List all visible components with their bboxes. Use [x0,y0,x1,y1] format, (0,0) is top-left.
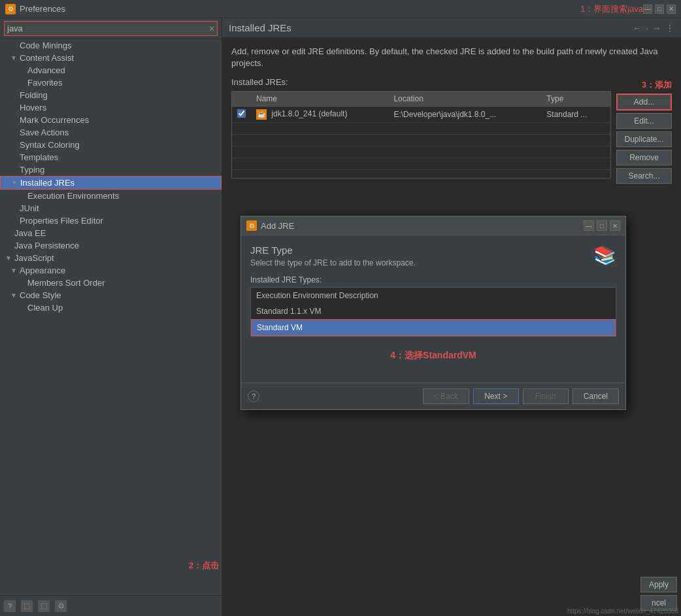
tree-item-save-actions[interactable]: Save Actions [0,126,222,139]
description-text: Add, remove or edit JRE definitions. By … [231,46,672,69]
left-panel: ✕ Code Minings ▼ Content Assist Advanced… [0,18,222,616]
jre-types-list: Execution Environment Description Standa… [250,287,616,337]
tree-item-execution-envs[interactable]: Execution Environments [0,190,222,202]
modal-controls: — □ ✕ [584,220,620,231]
tree-label: Syntax Coloring [20,140,80,150]
help-icon[interactable]: ? [4,600,16,612]
export-icon[interactable]: ⬚ [38,600,50,612]
tree-arrow: ▼ [10,54,18,61]
title-bar: ⚙ Preferences 1：界面搜索java — □ ✕ [0,0,681,18]
duplicate-button[interactable]: Duplicate... [616,131,672,147]
tree-item-appearance[interactable]: ▼ Appearance [0,264,222,277]
jre-empty-row-3 [232,146,610,158]
finish-button[interactable]: Finish [523,388,569,404]
jre-type-exec-env[interactable]: Execution Environment Description [251,288,616,303]
jre-type-standard-11x[interactable]: Standard 1.1.x VM [251,303,616,319]
modal-section-title: JRE Type [250,245,586,256]
reset-icon[interactable]: ⊙ [55,600,67,612]
col-type: Type [541,92,610,107]
tree-container: Code Minings ▼ Content Assist Advanced F… [0,39,222,595]
tree-label: Code Minings [20,41,72,50]
modal-minimize[interactable]: — [584,220,594,231]
header-nav-icons: ← · → ⋮ [633,23,674,33]
tree-item-code-style[interactable]: ▼ Code Style [0,289,222,301]
tree-arrow: ▼ [10,292,18,299]
tree-arrow: ▼ [5,254,13,262]
search-button[interactable]: Search... [616,168,672,184]
jre-checkbox[interactable] [237,109,246,118]
forward-icon[interactable]: → [652,23,661,33]
tree-label: Execution Environments [27,191,119,201]
tree-item-advanced[interactable]: Advanced [0,64,222,77]
window-controls: — □ ✕ [643,5,676,14]
modal-icon: ⚙ [246,220,257,231]
jre-icon: ☕ [256,109,267,120]
modal-close[interactable]: ✕ [610,220,620,231]
tree-item-mark-occurrences[interactable]: Mark Occurrences [0,114,222,126]
jre-name: jdk1.8.0_241 (default) [271,110,347,119]
back-button[interactable]: < Back [423,388,469,404]
tree-label: Typing [20,165,44,175]
tree-item-typing[interactable]: Typing [0,163,222,176]
jre-books-icon: 📚 [593,245,616,266]
search-clear-icon[interactable]: ✕ [208,24,215,33]
tree-item-hovers[interactable]: Hovers [0,101,222,114]
left-bottom-bar: ? ⬚ ⬚ ⊙ [0,595,222,616]
tree-item-javascript[interactable]: ▼ JavaScript [0,252,222,264]
remove-button[interactable]: Remove [616,150,672,165]
search-wrapper: ✕ [0,18,222,39]
annotation-3: 3：添加 [642,79,672,91]
jre-row[interactable]: ☕ jdk1.8.0_241 (default) E:\Developer\ja… [232,107,610,123]
add-jre-dialog: ⚙ Add JRE — □ ✕ JRE Type Select the type… [241,216,626,410]
jre-types-label: Installed JRE Types: [250,275,616,284]
tree-label: Hovers [20,103,46,112]
minimize-button[interactable]: — [643,5,652,14]
tree-label: Templates [20,152,58,162]
modal-section-desc: Select the type of JRE to add to the wor… [250,258,586,267]
search-input[interactable] [4,21,218,36]
tree-item-folding[interactable]: Folding [0,89,222,101]
more-icon[interactable]: ⋮ [665,23,674,33]
jre-checkbox-cell[interactable] [232,107,251,123]
tree-item-favorites[interactable]: Favorites [0,77,222,89]
jre-type-cell: Standard ... [541,107,610,123]
modal-help-icon[interactable]: ? [248,390,259,402]
maximize-button[interactable]: □ [655,5,664,14]
add-button[interactable]: Add... [616,94,672,111]
jre-type-standard-vm[interactable]: Standard VM [251,319,616,336]
tree-item-templates[interactable]: Templates [0,151,222,163]
annotation-1: 1：界面搜索java [580,3,643,15]
tree-item-props-editor[interactable]: Properties Files Editor [0,214,222,227]
tree-item-code-minings[interactable]: Code Minings [0,39,222,52]
tree-item-java-persistence[interactable]: Java Persistence [0,239,222,252]
tree-item-members-sort-order[interactable]: Members Sort Order [0,277,222,289]
tree-label: Folding [20,90,48,100]
tree-label: JavaScript [14,253,54,263]
section-label: Installed JREs: [231,77,672,87]
edit-button[interactable]: Edit... [616,113,672,129]
tree-item-syntax-coloring[interactable]: Syntax Coloring [0,139,222,151]
modal-body: JRE Type Select the type of JRE to add t… [241,235,625,383]
modal-title-bar: ⚙ Add JRE — □ ✕ [241,216,625,235]
modal-maximize[interactable]: □ [597,220,607,231]
jre-empty-row-4 [232,158,610,170]
import-icon[interactable]: ⬚ [21,600,33,612]
tree-label: JUnit [20,203,39,213]
close-button[interactable]: ✕ [667,5,676,14]
apply-button[interactable]: Apply [640,577,677,592]
tree-item-junit[interactable]: JUnit [0,202,222,214]
tree-item-content-assist[interactable]: ▼ Content Assist [0,52,222,64]
tree-item-installed-jres[interactable]: ▼ Installed JREs [0,176,222,190]
tree-item-clean-up[interactable]: Clean Up [0,301,222,314]
tree-label: Appearance [20,265,65,275]
tree-label: Members Sort Order [27,278,105,288]
cancel-button-modal[interactable]: Cancel [573,388,619,404]
next-button[interactable]: Next > [473,388,519,404]
tree-item-java-ee[interactable]: Java EE [0,227,222,239]
annotation-4: 4：选择StandardVM [250,337,616,375]
app-icon: ⚙ [5,4,16,14]
col-check [232,92,251,107]
back-icon[interactable]: ← [633,23,642,33]
jre-location-cell: E:\Developer\java\jdk1.8.0_... [388,107,541,123]
tree-label: Save Actions [20,128,69,137]
